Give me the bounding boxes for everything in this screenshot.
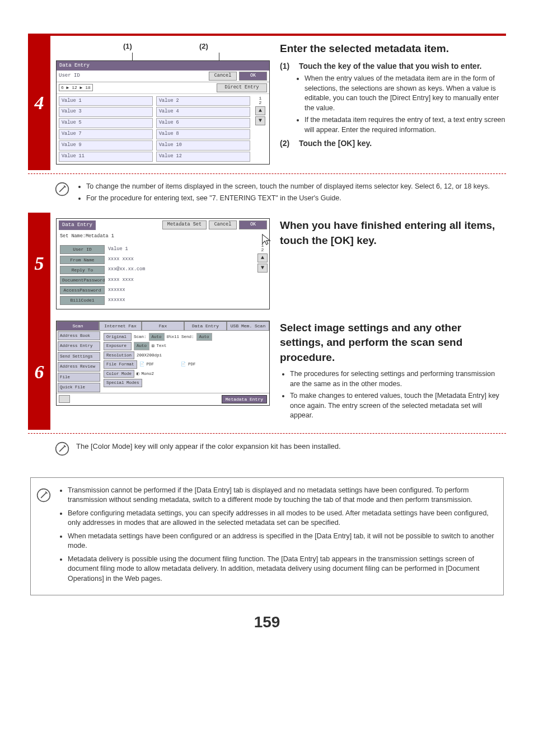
value-key[interactable]: Value 12 — [156, 152, 250, 162]
step-number-cell: 6 — [28, 315, 50, 430]
field-key[interactable]: Reply To — [60, 266, 105, 274]
special-modes-button[interactable]: Special Modes — [104, 379, 142, 387]
step-4: 4 (1) (2) Data Entry User ID Cancel OK 6… — [28, 36, 506, 170]
value-key[interactable]: Value 5 — [59, 118, 153, 128]
step4-heading: Enter the selected metadata item. — [280, 41, 506, 57]
step-5: 5 Data Entry Metadata Set Cancel OK Set … — [28, 213, 506, 315]
step-number-cell: 4 — [28, 36, 50, 170]
value-key[interactable]: Value 2 — [156, 96, 250, 106]
step5-panel: Data Entry Metadata Set Cancel OK Set Na… — [56, 218, 270, 309]
exposure-text: Text — [157, 343, 167, 349]
tab-scan[interactable]: Scan — [57, 321, 99, 330]
side-address-book[interactable]: Address Book — [58, 331, 100, 341]
step5-left: Data Entry Metadata Set Cancel OK Set Na… — [50, 213, 274, 315]
items-selector[interactable]: 6 ▶ 12 ▶ 18 — [59, 84, 93, 91]
file-format-button[interactable]: File Format — [104, 360, 137, 369]
resolution-button[interactable]: Resolution — [104, 351, 134, 360]
step6-left: Scan Internet Fax Fax Data Entry USB Mem… — [50, 315, 274, 430]
final-note-list: Transmission cannot be performed if the … — [68, 486, 495, 588]
pencil-note-icon — [55, 442, 69, 456]
user-id-label: User ID — [59, 72, 80, 79]
callout-1: (1) — [123, 41, 132, 51]
metadata-set-button[interactable]: Metadata Set — [162, 220, 207, 229]
color-mode-button[interactable]: Color Mode — [104, 370, 134, 378]
value-key[interactable]: Value 3 — [59, 107, 153, 117]
tab-data-entry[interactable]: Data Entry — [184, 321, 227, 330]
side-quick-file[interactable]: Quick File — [58, 383, 100, 392]
send-value: Auto — [196, 333, 212, 341]
file-format-value2: PDF — [188, 361, 196, 368]
field-value: xxxx xxxx — [108, 277, 134, 284]
exposure-button[interactable]: Exposure — [104, 342, 132, 350]
scroll-up-button[interactable]: ▲ — [255, 106, 265, 115]
side-file[interactable]: File — [58, 373, 100, 382]
side-address-entry[interactable]: Address Entry — [58, 341, 100, 351]
panel-selector-row: 6 ▶ 12 ▶ 18 Direct Entry — [57, 82, 269, 94]
scroll-down-button[interactable]: ▼ — [255, 116, 265, 125]
value-grid: Value 1 Value 2 12 ▲ ▼ Value 3 Value 4 V… — [57, 94, 269, 164]
substep1-head: Touch the key of the value that you wish… — [299, 61, 506, 72]
final-note-bullet: Before configuring metadata settings, yo… — [68, 509, 495, 528]
step-6: 6 Scan Internet Fax Fax Data Entry USB M… — [28, 315, 506, 430]
field-value: xxx@xx.xx.com — [108, 266, 145, 273]
tab-usb-mem-scan[interactable]: USB Mem. Scan — [227, 321, 269, 330]
original-button[interactable]: Original — [104, 333, 132, 341]
preview-icon[interactable] — [59, 395, 70, 403]
step4-note: To change the number of items displayed … — [28, 177, 506, 213]
field-key[interactable]: User ID — [60, 245, 105, 253]
cancel-button[interactable]: Cancel — [209, 220, 237, 229]
field-value: Value 1 — [108, 246, 128, 253]
side-send-settings[interactable]: Send Settings — [58, 352, 100, 361]
scroll-down-button[interactable]: ▼ — [257, 264, 268, 273]
value-key[interactable]: Value 11 — [59, 152, 153, 162]
direct-entry-button[interactable]: Direct Entry — [217, 83, 267, 92]
value-key[interactable]: Value 6 — [156, 118, 250, 128]
step4-note-text: To change the number of items displayed … — [76, 182, 490, 206]
step6-note-text: The [Color Mode] key will only appear if… — [76, 442, 341, 452]
text-icon: ▤ — [152, 343, 154, 349]
scroll-up-button[interactable]: ▲ — [257, 253, 268, 262]
substep1-idx: (1) — [280, 61, 294, 72]
step6-bullet: To make changes to entered values, touch… — [290, 391, 506, 421]
field-key[interactable]: AccessPassword — [60, 286, 105, 294]
field-key[interactable]: BillCode1 — [60, 296, 105, 304]
value-key[interactable]: Value 10 — [156, 140, 250, 151]
page-indicator: 12 — [259, 96, 262, 105]
pencil-note-icon — [55, 182, 69, 196]
step-number: 6 — [35, 359, 44, 386]
step-number-cell: 5 — [28, 213, 50, 315]
substep1-bullet: When the entry values of the metadata it… — [305, 74, 506, 113]
value-key[interactable]: Value 7 — [59, 129, 153, 139]
final-note-box: Transmission cannot be performed if the … — [30, 477, 504, 596]
mode-tabs: Scan Internet Fax Fax Data Entry USB Mem… — [57, 321, 269, 330]
value-key[interactable]: Value 9 — [59, 140, 153, 151]
step4-left: (1) (2) Data Entry User ID Cancel OK 6 ▶… — [50, 36, 274, 170]
pencil-note-icon — [36, 488, 51, 503]
cancel-button[interactable]: Cancel — [209, 72, 237, 81]
exposure-value: Auto — [134, 342, 149, 350]
panel-title: Data Entry — [59, 220, 96, 230]
step6-right: Select image settings and any other sett… — [274, 315, 506, 430]
step5-right: When you have finished entering all item… — [274, 213, 506, 315]
substep1-bullet: If the metadata item requires the entry … — [305, 115, 506, 135]
value-key[interactable]: Value 4 — [156, 107, 250, 117]
tab-internet-fax[interactable]: Internet Fax — [99, 321, 142, 330]
field-value: xxxxxx — [108, 287, 125, 294]
value-key[interactable]: Value 1 — [59, 96, 153, 106]
dashed-separator — [28, 173, 506, 174]
field-key[interactable]: From Name — [60, 256, 105, 264]
metadata-entry-button[interactable]: Metadata Entry — [222, 395, 267, 403]
ok-button[interactable]: OK — [239, 72, 267, 81]
side-address-review[interactable]: Address Review — [58, 362, 100, 372]
pdf-icon: 📄 — [139, 361, 144, 368]
value-key[interactable]: Value 8 — [156, 129, 250, 139]
resolution-value: 200X200dpi — [137, 353, 162, 359]
step6-note: The [Color Mode] key will only appear if… — [28, 437, 506, 463]
field-key[interactable]: DocumentPassword — [60, 276, 105, 284]
tab-fax[interactable]: Fax — [142, 321, 184, 330]
substep2-head: Touch the [OK] key. — [299, 138, 506, 149]
substep2-idx: (2) — [280, 138, 294, 149]
cursor-icon — [260, 233, 273, 248]
ok-button[interactable]: OK — [239, 220, 267, 229]
scan-size: 8½x11 — [167, 334, 180, 340]
